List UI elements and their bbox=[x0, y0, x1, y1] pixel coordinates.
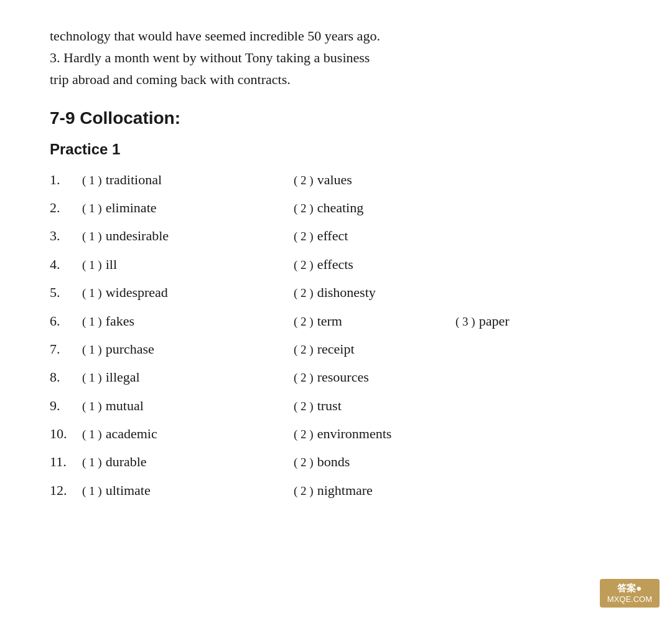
watermark-line2: MXQE.COM bbox=[607, 594, 652, 604]
paren-2: ( 2 ) bbox=[294, 255, 314, 275]
item-number: 10. bbox=[50, 422, 82, 445]
word-2: cheating bbox=[317, 196, 364, 219]
word-1: ultimate bbox=[106, 479, 151, 502]
watermark: 答案● MXQE.COM bbox=[600, 579, 660, 608]
col3: ( 3 )paper bbox=[455, 309, 510, 332]
word-1: traditional bbox=[106, 168, 162, 191]
paren-1: ( 1 ) bbox=[82, 227, 102, 247]
word-1: academic bbox=[106, 422, 157, 445]
col1: ( 1 )mutual bbox=[82, 394, 294, 417]
word-1: illegal bbox=[106, 365, 140, 388]
col1: ( 1 )undesirable bbox=[82, 224, 294, 247]
word-1: purchase bbox=[106, 337, 154, 360]
paren-1: ( 1 ) bbox=[82, 481, 102, 501]
intro-line3: trip abroad and coming back with contrac… bbox=[50, 72, 291, 87]
item-number: 12. bbox=[50, 479, 82, 502]
word-2: nightmare bbox=[317, 479, 373, 502]
list-item: 4.( 1 )ill( 2 )effects bbox=[50, 253, 622, 276]
list-item: 6.( 1 )fakes( 2 )term( 3 )paper bbox=[50, 309, 622, 332]
list-item: 5.( 1 )widespread( 2 )dishonesty bbox=[50, 281, 622, 304]
word-2: dishonesty bbox=[317, 281, 376, 304]
paren-1: ( 1 ) bbox=[82, 171, 102, 190]
item-number: 7. bbox=[50, 337, 82, 360]
col1: ( 1 )fakes bbox=[82, 309, 294, 332]
word-1: mutual bbox=[106, 394, 144, 417]
watermark-line1: 答案● bbox=[607, 583, 652, 594]
col1: ( 1 )illegal bbox=[82, 365, 294, 388]
paren-2: ( 2 ) bbox=[294, 227, 314, 247]
word-1: eliminate bbox=[106, 196, 157, 219]
col1: ( 1 )ultimate bbox=[82, 479, 294, 502]
col2: ( 2 )receipt bbox=[294, 337, 455, 360]
collocation-list: 1.( 1 )traditional( 2 )values2.( 1 )elim… bbox=[50, 168, 622, 502]
col2: ( 2 )cheating bbox=[294, 196, 455, 219]
item-number: 11. bbox=[50, 450, 82, 473]
col1: ( 1 )eliminate bbox=[82, 196, 294, 219]
item-number: 4. bbox=[50, 253, 82, 276]
paren-2: ( 2 ) bbox=[294, 481, 314, 501]
col1: ( 1 )durable bbox=[82, 450, 294, 473]
section-title: 7-9 Collocation: bbox=[50, 108, 622, 128]
paren-1: ( 1 ) bbox=[82, 425, 102, 444]
item-number: 9. bbox=[50, 394, 82, 417]
col2: ( 2 )effects bbox=[294, 253, 455, 276]
paren-1: ( 1 ) bbox=[82, 312, 102, 332]
paren-1: ( 1 ) bbox=[82, 368, 102, 388]
paren-2: ( 2 ) bbox=[294, 312, 314, 332]
col2: ( 2 )nightmare bbox=[294, 479, 455, 502]
col2: ( 2 )term bbox=[294, 309, 455, 332]
paren-2: ( 2 ) bbox=[294, 425, 314, 444]
col2: ( 2 )trust bbox=[294, 394, 455, 417]
item-number: 2. bbox=[50, 196, 82, 219]
paren-1: ( 1 ) bbox=[82, 397, 102, 416]
col1: ( 1 )widespread bbox=[82, 281, 294, 304]
word-3: paper bbox=[479, 309, 510, 332]
word-2: effects bbox=[317, 253, 353, 276]
paren-2: ( 2 ) bbox=[294, 453, 314, 472]
word-2: environments bbox=[317, 422, 392, 445]
word-2: values bbox=[317, 168, 352, 191]
item-number: 5. bbox=[50, 281, 82, 304]
paren-2: ( 2 ) bbox=[294, 171, 314, 190]
practice-title: Practice 1 bbox=[50, 141, 622, 158]
word-2: bonds bbox=[317, 450, 350, 473]
word-2: term bbox=[317, 309, 342, 332]
intro-paragraph: technology that would have seemed incred… bbox=[50, 25, 622, 91]
col1: ( 1 )academic bbox=[82, 422, 294, 445]
col2: ( 2 )dishonesty bbox=[294, 281, 455, 304]
intro-line2: 3. Hardly a month went by without Tony t… bbox=[50, 50, 370, 65]
word-1: fakes bbox=[106, 309, 134, 332]
list-item: 2.( 1 )eliminate( 2 )cheating bbox=[50, 196, 622, 219]
word-2: trust bbox=[317, 394, 342, 417]
paren-2: ( 2 ) bbox=[294, 283, 314, 303]
list-item: 8.( 1 )illegal( 2 )resources bbox=[50, 365, 622, 388]
col1: ( 1 )purchase bbox=[82, 337, 294, 360]
list-item: 11.( 1 )durable( 2 )bonds bbox=[50, 450, 622, 473]
item-number: 6. bbox=[50, 309, 82, 332]
word-2: receipt bbox=[317, 337, 355, 360]
word-1: durable bbox=[106, 450, 147, 473]
list-item: 3.( 1 )undesirable( 2 )effect bbox=[50, 224, 622, 247]
list-item: 9.( 1 )mutual( 2 )trust bbox=[50, 394, 622, 417]
paren-1: ( 1 ) bbox=[82, 453, 102, 472]
word-1: ill bbox=[106, 253, 117, 276]
item-number: 1. bbox=[50, 168, 82, 191]
col1: ( 1 )ill bbox=[82, 253, 294, 276]
paren-1: ( 1 ) bbox=[82, 340, 102, 360]
paren-3: ( 3 ) bbox=[455, 312, 475, 332]
paren-2: ( 2 ) bbox=[294, 368, 314, 388]
paren-2: ( 2 ) bbox=[294, 397, 314, 416]
paren-1: ( 1 ) bbox=[82, 283, 102, 303]
intro-line1: technology that would have seemed incred… bbox=[50, 28, 380, 44]
paren-2: ( 2 ) bbox=[294, 199, 314, 218]
word-1: widespread bbox=[106, 281, 168, 304]
word-1: undesirable bbox=[106, 224, 169, 247]
col2: ( 2 )effect bbox=[294, 224, 455, 247]
list-item: 7.( 1 )purchase( 2 )receipt bbox=[50, 337, 622, 360]
item-number: 8. bbox=[50, 365, 82, 388]
col2: ( 2 )resources bbox=[294, 365, 455, 388]
list-item: 1.( 1 )traditional( 2 )values bbox=[50, 168, 622, 191]
col2: ( 2 )values bbox=[294, 168, 455, 191]
paren-1: ( 1 ) bbox=[82, 199, 102, 218]
word-2: resources bbox=[317, 365, 369, 388]
